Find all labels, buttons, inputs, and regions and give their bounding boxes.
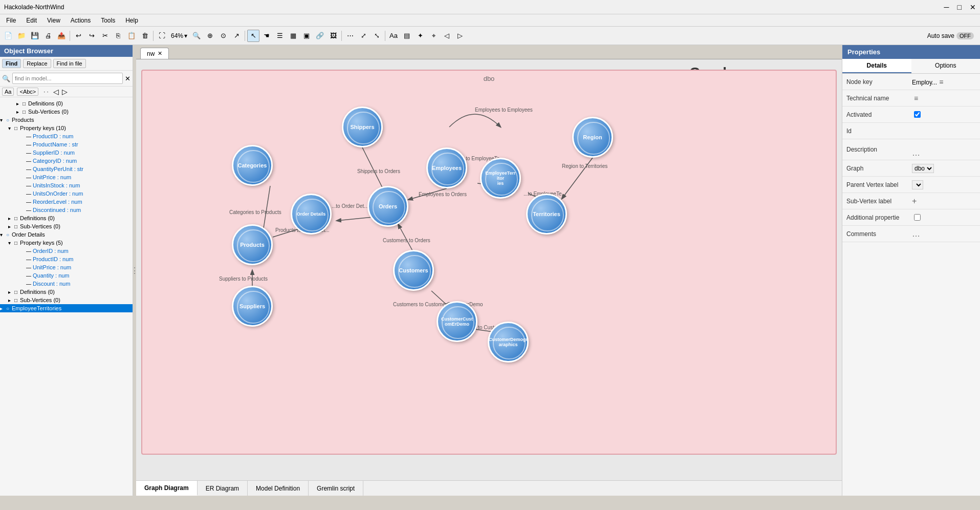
tree-item[interactable]: —Quantity : num: [0, 271, 133, 280]
link-button[interactable]: 🔗: [314, 30, 326, 42]
tree-item[interactable]: —ReorderLevel : num: [0, 198, 133, 206]
export-button[interactable]: 📤: [55, 30, 68, 42]
tree-item[interactable]: —UnitsInStock : num: [0, 181, 133, 189]
node-employees[interactable]: Employees: [426, 147, 467, 188]
node-customers[interactable]: Customers: [393, 250, 434, 291]
cut-button[interactable]: ✂: [99, 30, 111, 42]
zoom-out-button[interactable]: ↗: [230, 30, 243, 42]
node-territories[interactable]: Territories: [526, 194, 567, 235]
menu-item-file[interactable]: File: [2, 16, 20, 25]
menu-item-actions[interactable]: Actions: [67, 16, 95, 25]
expand-icon[interactable]: ▸: [16, 109, 19, 115]
menu-item-help[interactable]: Help: [121, 16, 142, 25]
prop-checkbox-activated[interactable]: [914, 111, 921, 118]
bottom-tab-gremlin-script[interactable]: Gremlin script: [309, 481, 363, 496]
close-button[interactable]: ✕: [970, 3, 976, 11]
ungroup-button[interactable]: ▣: [300, 30, 313, 42]
node-customerdemographics[interactable]: CustomerDemograraphics: [488, 322, 529, 363]
graph-area[interactable]: Graphs ▾ dbo: [136, 59, 842, 480]
prop-dots-icon-description[interactable]: …: [912, 148, 920, 157]
minimize-button[interactable]: ─: [944, 3, 949, 11]
group-button[interactable]: ▦: [287, 30, 299, 42]
node-orderdetails[interactable]: Order Details: [291, 194, 332, 235]
find-in-file-button[interactable]: Find in file: [53, 59, 86, 68]
select-tool[interactable]: ↖: [247, 30, 259, 42]
tree-item[interactable]: ▸□Sub-Vertices (0): [0, 296, 133, 304]
tree-item[interactable]: —UnitsOnOrder : num: [0, 189, 133, 198]
expand-icon[interactable]: ▾: [8, 125, 11, 131]
image-button[interactable]: 🖼: [327, 30, 339, 42]
forward-button[interactable]: ▷: [454, 30, 466, 42]
zoom-in-plus[interactable]: ⊕: [204, 30, 216, 42]
node-region[interactable]: Region: [572, 117, 613, 158]
bottom-tab-graph-diagram[interactable]: Graph Diagram: [136, 481, 198, 496]
more-tools[interactable]: ⋯: [344, 30, 356, 42]
tree-item[interactable]: —Discount : num: [0, 280, 133, 288]
expand-icon[interactable]: ▾: [8, 240, 11, 246]
prop-tab-options[interactable]: Options: [911, 59, 981, 73]
hand-tool[interactable]: ☚: [260, 30, 273, 42]
prop-plus-btn-sub-vertex-label[interactable]: +: [912, 197, 917, 205]
tree-item[interactable]: ▾○Order Details: [0, 230, 133, 239]
save-button[interactable]: 💾: [29, 30, 41, 42]
align-left[interactable]: ☰: [274, 30, 286, 42]
prop-input-description[interactable]: [912, 141, 977, 148]
tree-item[interactable]: ▸□Definitions (0): [0, 288, 133, 296]
prop-tab-details[interactable]: Details: [842, 59, 911, 73]
format-button[interactable]: ▤: [401, 30, 413, 42]
zoom-control[interactable]: 64% ▾: [169, 32, 189, 39]
undo-button[interactable]: ↩: [72, 30, 84, 42]
dbo-diagram[interactable]: dbo: [141, 70, 837, 455]
tree-item[interactable]: ▾□Property keys (5): [0, 239, 133, 247]
replace-button[interactable]: Replace: [23, 59, 51, 68]
tree-item[interactable]: ▸□Sub-Vertices (0): [0, 108, 133, 116]
node-suppliers[interactable]: Suppliers: [232, 286, 273, 327]
maximize-button[interactable]: □: [957, 3, 962, 11]
tab-close-icon[interactable]: ✕: [158, 50, 162, 57]
tree-item[interactable]: —ProductID : num: [0, 255, 133, 263]
prop-menu-icon-technical-name[interactable]: ≡: [912, 94, 920, 102]
expand-icon[interactable]: ▸: [8, 224, 11, 229]
tree-item[interactable]: —ProductID : num: [0, 132, 133, 140]
tree-item[interactable]: ▾○Products: [0, 116, 133, 124]
node-shippers[interactable]: Shippers: [342, 107, 383, 147]
redo-button[interactable]: ↪: [85, 30, 98, 42]
search-input[interactable]: [12, 73, 123, 84]
node-orders[interactable]: Orders: [367, 186, 408, 227]
tree-item[interactable]: —UnitPrice : num: [0, 173, 133, 181]
open-button[interactable]: 📁: [15, 30, 28, 42]
bottom-tab-er-diagram[interactable]: ER Diagram: [198, 481, 248, 496]
tree-item[interactable]: ▸□Definitions (0): [0, 99, 133, 108]
expand-icon[interactable]: ▸: [8, 216, 11, 221]
tree-item[interactable]: ▾□Property keys (10): [0, 124, 133, 132]
expand-icon[interactable]: ▸: [8, 298, 11, 303]
prop-dropdown-graph[interactable]: dbo: [912, 164, 934, 173]
tree-item[interactable]: —QuantityPerUnit : str: [0, 165, 133, 173]
expand-icon[interactable]: ▸: [16, 101, 19, 107]
expand-icon[interactable]: ▾: [0, 117, 3, 123]
delete-button[interactable]: 🗑: [139, 30, 151, 42]
expand-button[interactable]: ⤢: [357, 30, 369, 42]
zoom-fit[interactable]: ⊙: [217, 30, 229, 42]
prev-result-button[interactable]: ◁: [53, 88, 59, 96]
copy-button[interactable]: ⎘: [112, 30, 124, 42]
window-controls[interactable]: ─ □ ✕: [944, 3, 976, 11]
zoom-value[interactable]: 64%: [171, 32, 183, 39]
tree-item[interactable]: —Discontinued : num: [0, 206, 133, 214]
expand-icon[interactable]: ▸: [0, 306, 3, 311]
collapse-button[interactable]: ⤡: [371, 30, 383, 42]
search-word-btn[interactable]: <Abc>: [17, 88, 38, 96]
tree-item[interactable]: —UnitPrice : num: [0, 263, 133, 271]
prop-checkbox-additional-properties[interactable]: [914, 214, 921, 221]
tree-item[interactable]: ▸□Sub-Vertices (0): [0, 222, 133, 230]
tree-item[interactable]: ▸□Definitions (0): [0, 214, 133, 222]
tree-item[interactable]: ▸○EmployeeTerritories: [0, 304, 133, 312]
menu-item-edit[interactable]: Edit: [22, 16, 41, 25]
grid-button[interactable]: ✦: [414, 30, 426, 42]
clear-search-button[interactable]: ✕: [125, 75, 130, 82]
tree-item[interactable]: —SupplierID : num: [0, 148, 133, 157]
tree-item[interactable]: —CategoryID : num: [0, 157, 133, 165]
next-result-button[interactable]: ▷: [62, 88, 68, 96]
expand-icon[interactable]: ▸: [8, 289, 11, 295]
search-case-btn[interactable]: Aa: [2, 88, 14, 96]
